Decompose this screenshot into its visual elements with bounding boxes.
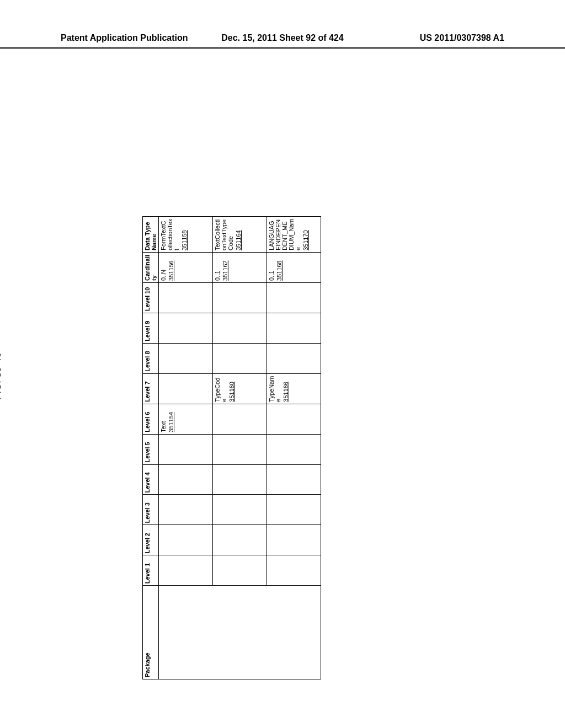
th-level5: Level 5	[143, 434, 159, 464]
th-level10: Level 10	[143, 283, 159, 313]
th-level3: Level 3	[143, 495, 159, 525]
header-left: Patent Application Publication	[61, 33, 188, 43]
cell-ref: 351162	[222, 254, 228, 281]
cell-ref: 351158	[181, 218, 188, 250]
cell-card: 0..N 351156	[159, 253, 213, 283]
cell-text: LANGUAGEINDEPENDENT_MEDIUM_Name	[268, 219, 301, 250]
th-level4: Level 4	[143, 464, 159, 495]
cell-ref: 351168	[276, 254, 282, 281]
cell-ref: 351154	[168, 406, 174, 432]
cell-text: 0..1	[268, 271, 275, 281]
cell-card: 0..1 351168	[267, 253, 321, 283]
th-package: Package	[143, 586, 159, 679]
data-table: Package Level 1 Level 2 Level 3 Level 4 …	[142, 216, 321, 679]
th-level9: Level 9	[143, 313, 159, 343]
cell-ref: 351156	[168, 254, 174, 281]
cell-text: 0..1	[214, 271, 221, 281]
header-center: Dec. 15, 2011 Sheet 92 of 424	[221, 33, 343, 43]
table-row: Text 351154 0..N 351156 FormTextCollecti…	[159, 217, 213, 679]
table-header-row: Package Level 1 Level 2 Level 3 Level 4 …	[143, 217, 159, 679]
cell-level7: TypeName 351166	[267, 373, 321, 404]
cell-dtn: FormTextCollectionText 351158	[159, 217, 213, 253]
cell-level6: Text 351154	[159, 404, 213, 434]
th-level1: Level 1	[143, 555, 159, 586]
cell-ref: 351160	[228, 376, 235, 402]
cell-level7: TypeCode 351160	[213, 373, 267, 404]
th-level7: Level 7	[143, 373, 159, 404]
th-level2: Level 2	[143, 525, 159, 555]
th-level6: Level 6	[143, 404, 159, 434]
cell-text: Text	[160, 421, 167, 432]
cell-text: TypeName	[268, 376, 281, 402]
cell-text: FormTextCollectionText	[160, 219, 180, 250]
cell-ref: 351170	[302, 218, 309, 250]
cell-card: 0..1 351162	[213, 253, 267, 283]
cell-text: 0..N	[160, 270, 167, 281]
cell-dtn: TextCollectionTextTypeCode 351164	[213, 217, 267, 253]
page-header: Patent Application Publication Dec. 15, …	[0, 0, 565, 49]
header-right: US 2011/0307398 A1	[420, 33, 504, 43]
cell-text: TypeCode	[214, 378, 227, 402]
figure-label: FIG. 35-46	[0, 352, 3, 400]
cell-ref: 351166	[282, 376, 289, 402]
th-datatype: Data Type Name	[143, 217, 159, 253]
th-cardinality: Cardinality	[143, 253, 159, 283]
cell-ref: 351164	[235, 218, 242, 250]
th-level8: Level 8	[143, 343, 159, 373]
figure-area: FIG. 35-46 Package Level 1 Level 2 Level…	[105, 94, 463, 700]
cell-text: TextCollectionTextTypeCode	[214, 220, 234, 250]
cell-dtn: LANGUAGEINDEPENDENT_MEDIUM_Name 351170	[267, 217, 321, 253]
